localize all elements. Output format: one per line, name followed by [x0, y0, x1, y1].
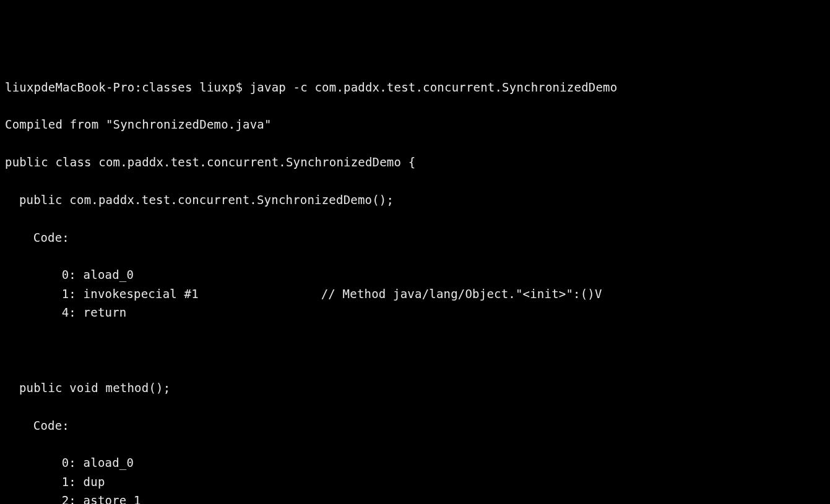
class-declaration: public class com.paddx.test.concurrent.S… — [5, 153, 825, 171]
method-opcode: 2: astore_1 — [54, 493, 141, 504]
shell-command: javap -c com.paddx.test.concurrent.Synch… — [250, 80, 618, 94]
constructor-code-label: Code: — [5, 228, 825, 247]
blank-line — [5, 341, 825, 359]
prompt-line: liuxpdeMacBook-Pro:classes liuxp$ javap … — [5, 78, 825, 96]
compiled-from: Compiled from "SynchronizedDemo.java" — [5, 115, 825, 134]
constructor-opcode: 1: invokespecial #1 — [54, 287, 199, 301]
method-code-label: Code: — [5, 416, 825, 435]
method-instruction: 1: dup — [5, 472, 825, 491]
constructor-instruction: 4: return — [5, 303, 825, 322]
constructor-comment: // Method java/lang/Object."<init>":()V — [199, 287, 602, 301]
method-instruction: 0: aload_0 — [5, 453, 825, 472]
method-opcode: 1: dup — [54, 475, 105, 489]
method-opcode: 0: aload_0 — [54, 456, 134, 469]
shell-prompt[interactable]: liuxpdeMacBook-Pro:classes liuxp$ — [5, 80, 250, 94]
constructor-signature: public com.paddx.test.concurrent.Synchro… — [5, 190, 825, 209]
constructor-opcode: 4: return — [54, 305, 126, 319]
constructor-instruction: 0: aload_0 — [5, 265, 825, 284]
constructor-opcode: 0: aload_0 — [54, 268, 134, 281]
method-instruction: 2: astore_1 — [5, 491, 825, 504]
method-signature: public void method(); — [5, 378, 825, 397]
constructor-instruction: 1: invokespecial #1 // Method java/lang/… — [5, 284, 825, 303]
